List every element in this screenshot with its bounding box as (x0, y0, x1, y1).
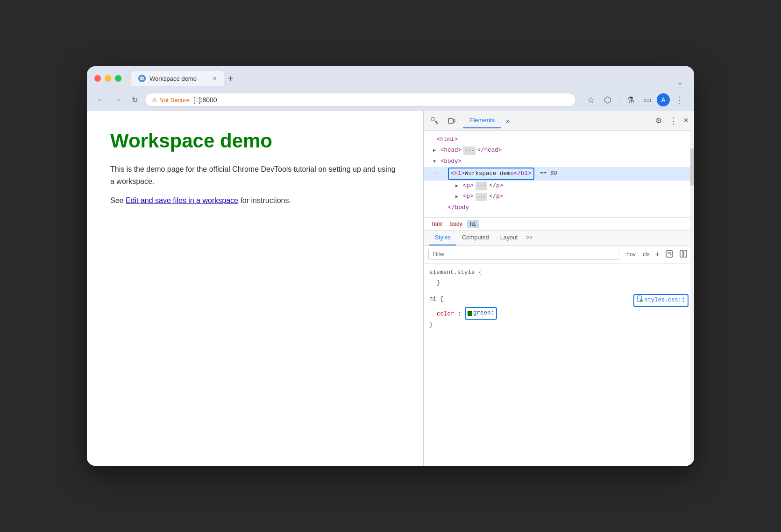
svg-rect-3 (454, 119, 455, 122)
minimize-window-button[interactable] (105, 75, 111, 82)
arrow-down-icon: ▼ (433, 158, 439, 166)
address-bar-row: ← → ↻ ⚠ Not Secure [::]:8000 ☆ ⬡ ⚗ ▭ (87, 90, 694, 111)
styles-content: element.style { } h1 { (424, 264, 694, 340)
add-style-button[interactable]: + (653, 249, 661, 259)
workspace-link[interactable]: Edit and save files in a workspace (126, 196, 238, 204)
browser-window: Workspace demo × + ⌄ ← → ↻ ⚠ Not Secure … (87, 66, 694, 466)
sidebar-icon: ▭ (644, 95, 652, 105)
styles-source-link[interactable]: styles.css:1 (633, 294, 689, 308)
toolbar-divider (619, 94, 619, 105)
lab-button[interactable]: ⚗ (623, 92, 638, 107)
paragraph2-suffix: for instructions. (238, 196, 291, 204)
dom-p1-node[interactable]: ▶ <p> ··· </p> (424, 181, 694, 191)
dom-p2-node[interactable]: ▶ <p> ··· </p> (424, 191, 694, 202)
bookmark-button[interactable]: ☆ (583, 92, 598, 107)
new-tab-button[interactable]: + (224, 71, 237, 86)
color-swatch[interactable] (468, 311, 472, 316)
bookmark-icon: ☆ (587, 95, 595, 105)
breadcrumb-bar: html body h1 (424, 217, 694, 231)
dom-body-node[interactable]: ▼ <body> (424, 156, 694, 167)
more-options-icon: ⋮ (669, 116, 678, 126)
page-paragraph-2: See Edit and save files in a workspace f… (110, 195, 400, 207)
active-tab[interactable]: Workspace demo × (131, 71, 224, 86)
profile-button[interactable]: A (657, 93, 670, 106)
tab-elements[interactable]: Elements (463, 113, 501, 128)
dom-tree-container: <html> ▶ <head> ··· </head> ▼ <body> (424, 131, 694, 217)
tabs-row: Workspace demo × + ⌄ (131, 71, 687, 86)
maximize-window-button[interactable] (115, 75, 121, 82)
source-file-label: styles.css:1 (645, 295, 685, 306)
close-window-button[interactable] (94, 75, 101, 82)
devtools-settings-button[interactable]: ⚙ (652, 114, 666, 128)
arrow-right3-icon: ▶ (455, 193, 461, 201)
devtools-close-button[interactable]: × (682, 114, 690, 127)
dom-head-node[interactable]: ▶ <head> ··· </head> (424, 145, 694, 156)
devtools-panel: Elements » ⚙ ⋮ × <html> (423, 111, 694, 466)
styles-filter-row: :hov .cls + (424, 246, 694, 264)
hov-button[interactable]: :hov (623, 250, 638, 259)
sidebar-button[interactable]: ▭ (640, 92, 655, 107)
device-toolbar-button[interactable] (444, 113, 459, 128)
dom-h1-highlight: <h1>Workspace demo</h1> (448, 168, 534, 180)
webpage-content: Workspace demo This is the demo page for… (87, 111, 423, 466)
extensions-icon: ⬡ (604, 95, 611, 105)
breadcrumb-h1[interactable]: h1 (467, 220, 479, 228)
profile-initial: A (661, 96, 665, 104)
dom-line-dots: ··· (429, 169, 440, 178)
arrow-right2-icon: ▶ (455, 182, 461, 190)
menu-button[interactable]: ⋮ (672, 92, 687, 107)
element-style-rule: element.style { } (429, 267, 689, 288)
svg-rect-5 (680, 251, 683, 257)
tab-favicon (138, 75, 146, 82)
svg-rect-6 (684, 251, 687, 257)
tab-layout[interactable]: Layout (495, 231, 524, 245)
paragraph2-prefix: See (110, 196, 126, 204)
menu-icon: ⋮ (675, 95, 683, 105)
tab-title: Workspace demo (149, 75, 197, 82)
devtools-scrollbar[interactable] (690, 130, 694, 466)
svg-rect-2 (448, 119, 453, 123)
page-paragraph-1: This is the demo page for the official C… (110, 163, 400, 187)
breadcrumb-html[interactable]: html (429, 220, 446, 228)
main-content: Workspace demo This is the demo page for… (87, 111, 694, 466)
cls-button[interactable]: .cls (639, 250, 652, 259)
breadcrumb-body[interactable]: body (447, 220, 465, 228)
page-heading: Workspace demo (110, 130, 400, 152)
style-sheet-button[interactable] (663, 249, 675, 260)
tab-chevron-icon[interactable]: ⌄ (677, 78, 687, 86)
reload-button[interactable]: ↻ (128, 93, 141, 106)
tab-computed[interactable]: Computed (456, 231, 495, 245)
browser-toolbar: ☆ ⬡ ⚗ ▭ A ⋮ (583, 92, 687, 107)
address-bar[interactable]: ⚠ Not Secure [::]:8000 (145, 93, 576, 107)
file-icon (637, 295, 643, 306)
extensions-button[interactable]: ⬡ (600, 92, 615, 107)
back-button[interactable]: ← (94, 93, 107, 106)
arrow-right-icon: ▶ (433, 147, 439, 154)
traffic-lights (94, 75, 121, 82)
dom-h1-node[interactable]: ··· <h1>Workspace demo</h1> == $0 (424, 167, 694, 181)
dom-html-node[interactable]: <html> (424, 134, 694, 145)
layout-button[interactable] (677, 249, 689, 260)
more-styles-tabs[interactable]: >> (523, 231, 535, 245)
devtools-tabs: Elements » (461, 113, 650, 128)
tab-close-button[interactable]: × (213, 75, 217, 82)
styles-filter-buttons: :hov .cls + (623, 249, 689, 260)
h1-color-property: color : green; (429, 307, 689, 320)
styles-filter-input[interactable] (428, 249, 619, 260)
inspect-element-button[interactable] (427, 113, 442, 128)
color-value-highlight: green; (465, 307, 497, 320)
tab-styles[interactable]: Styles (429, 231, 456, 245)
h1-rule-header: h1 { styles.css:1 (429, 294, 689, 308)
styles-panel: Styles Computed Layout >> :hov .cls + (424, 231, 694, 466)
more-devtools-tabs[interactable]: » (502, 115, 513, 126)
warning-icon: ⚠ (152, 97, 157, 104)
devtools-more-options-button[interactable]: ⋮ (667, 114, 680, 128)
dom-tree: <html> ▶ <head> ··· </head> ▼ <body> (424, 131, 694, 217)
dom-body-close-node[interactable]: </body (424, 203, 694, 213)
devtools-scrollbar-thumb[interactable] (690, 148, 694, 186)
forward-button[interactable]: → (111, 93, 124, 106)
svg-rect-1 (432, 118, 434, 120)
h1-style-rule: h1 { styles.css:1 (429, 294, 689, 330)
element-style-selector: element.style { (429, 267, 689, 278)
svg-point-8 (640, 299, 643, 302)
